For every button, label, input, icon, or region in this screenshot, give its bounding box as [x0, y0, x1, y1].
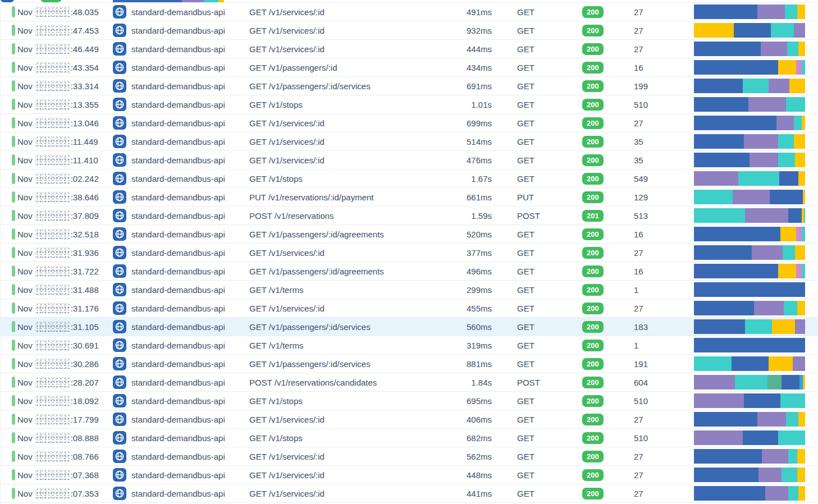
timestamp-redacted: [35, 192, 70, 202]
trace-row[interactable]: Nov :33.314 standard-demandbus-api GET /…: [1, 77, 818, 95]
service-name: standard-demandbus-api: [131, 118, 225, 128]
trace-row[interactable]: Nov :08.766 standard-demandbus-api GET /…: [1, 447, 818, 466]
status-code-cell: 200: [17, 0, 113, 2]
timestamp-seconds: :32.518: [71, 230, 99, 239]
timestamp: Nov :30.286: [17, 359, 113, 369]
status-indicator: [12, 488, 15, 499]
resource-name: GET /v1/services/:id: [249, 470, 423, 480]
span-count: 549: [625, 174, 694, 184]
service-name: standard-demandbus-api: [131, 285, 225, 295]
status-code-cell: 200: [559, 228, 625, 240]
latency-segment-teal: [204, 0, 218, 2]
latency-segment-blue: [743, 430, 778, 445]
trace-row[interactable]: Nov :07.353 standard-demandbus-api GET /…: [1, 484, 818, 503]
globe-icon: [113, 375, 126, 389]
status-code-badge: 200: [582, 117, 604, 129]
trace-row[interactable]: Nov :13.046 standard-demandbus-api GET /…: [1, 114, 818, 132]
latency-breakdown-bar: [694, 97, 805, 112]
duration: 434ms: [423, 63, 492, 72]
latency-segment-teal: [804, 208, 805, 223]
latency-segment-blue: [694, 97, 748, 112]
service-cell: standard-demandbus-api: [113, 468, 249, 482]
timestamp: Nov :11.449: [17, 136, 113, 146]
span-count: 199: [625, 81, 694, 91]
latency-segment-blue: [694, 245, 752, 260]
status-code-badge: 200: [582, 228, 604, 240]
timestamp-prefix: Nov: [17, 452, 33, 461]
trace-row[interactable]: Nov :48.035 standard-demandbus-api GET /…: [1, 3, 818, 21]
trace-row[interactable]: Nov :13.355 standard-demandbus-api GET /…: [1, 95, 818, 114]
service-name: standard-demandbus-api: [131, 248, 225, 258]
trace-row[interactable]: Nov :31.488 standard-demandbus-api GET /…: [1, 281, 818, 299]
latency-breakdown-cell: [694, 356, 805, 371]
resource-name: GET /v1/stops: [249, 100, 423, 109]
timestamp-seconds: :17.799: [71, 415, 99, 424]
trace-row[interactable]: Nov :32.518 standard-demandbus-api GET /…: [1, 225, 818, 244]
globe-icon: [113, 24, 126, 37]
service-cell: standard-demandbus-api: [113, 209, 249, 222]
trace-row[interactable]: Nov :37.809 standard-demandbus-api POST …: [1, 207, 818, 225]
status-indicator: [12, 432, 15, 443]
resource-name: GET /v1/terms: [249, 285, 423, 295]
service-name: standard-demandbus-api: [131, 193, 225, 202]
trace-row[interactable]: Nov :43.354 standard-demandbus-api GET /…: [1, 58, 818, 77]
trace-row[interactable]: Nov :38.646 standard-demandbus-api PUT /…: [1, 188, 818, 207]
latency-breakdown-cell: [694, 190, 805, 204]
globe-icon: [113, 338, 126, 352]
latency-breakdown-cell: [694, 282, 805, 297]
timestamp: Nov :07.368: [17, 470, 113, 480]
trace-row[interactable]: Nov :30.286 standard-demandbus-api GET /…: [1, 355, 818, 373]
timestamp-prefix: Nov: [17, 211, 33, 221]
latency-segment-teal: [785, 4, 797, 19]
timestamp-seconds: :07.368: [71, 470, 99, 480]
trace-row[interactable]: Nov :11.449 standard-demandbus-api GET /…: [1, 132, 818, 151]
status-indicator-cell: [1, 173, 17, 184]
status-code-cell: 200: [559, 395, 625, 407]
trace-row[interactable]: Nov :18.092 standard-demandbus-api GET /…: [1, 392, 818, 410]
service-name: standard-demandbus-api: [131, 359, 225, 369]
latency-segment-teal: [778, 430, 805, 445]
timestamp-prefix: Nov: [17, 26, 33, 35]
trace-row[interactable]: Nov :07.368 standard-demandbus-api GET /…: [1, 466, 818, 484]
resource-name: PUT /v1/reservations/:id/payment: [249, 193, 423, 202]
trace-row[interactable]: Nov :31.722 standard-demandbus-api GET /…: [1, 262, 818, 281]
http-method: GET: [492, 304, 559, 313]
trace-row[interactable]: Nov :02.242 standard-demandbus-api GET /…: [1, 169, 818, 188]
latency-segment-blue: [744, 393, 780, 408]
resource-name: GET /v1/stops: [249, 396, 423, 406]
latency-breakdown-cell: [694, 468, 805, 482]
service-name: standard-demandbus-api: [131, 7, 225, 17]
latency-breakdown-cell: [694, 393, 805, 408]
timestamp-prefix: Nov: [17, 433, 33, 443]
latency-segment-purple: [182, 0, 204, 2]
trace-row[interactable]: Nov :31.936 standard-demandbus-api GET /…: [1, 244, 818, 262]
timestamp-redacted: [35, 248, 70, 258]
trace-row[interactable]: Nov :47.453 standard-demandbus-api GET /…: [1, 21, 818, 40]
latency-segment-teal: [778, 153, 795, 167]
timestamp-seconds: :38.646: [71, 193, 99, 202]
http-method: GET: [492, 470, 559, 480]
trace-row[interactable]: Nov :28.207 standard-demandbus-api POST …: [1, 373, 818, 392]
timestamp-prefix: Nov: [17, 248, 33, 258]
status-indicator-cell: [1, 432, 17, 443]
status-indicator-cell: [1, 191, 17, 203]
duration: 299ms: [423, 285, 492, 295]
trace-row[interactable]: Nov :31.105 standard-demandbus-api GET /…: [1, 318, 818, 336]
timestamp-redacted: [35, 7, 70, 17]
trace-row[interactable]: Nov :30.691 standard-demandbus-api GET /…: [1, 336, 818, 355]
trace-row[interactable]: Nov :17.799 standard-demandbus-api GET /…: [1, 410, 818, 429]
globe-icon: [113, 135, 126, 148]
trace-row[interactable]: Nov :11.410 standard-demandbus-api GET /…: [1, 151, 818, 169]
trace-row[interactable]: Nov :08.888 standard-demandbus-api GET /…: [1, 429, 818, 447]
trace-row[interactable]: Nov :46.449 standard-demandbus-api GET /…: [1, 40, 818, 58]
timestamp-seconds: :11.410: [71, 155, 98, 165]
status-indicator: [12, 284, 15, 295]
timestamp-redacted: [35, 62, 70, 72]
latency-segment-blue: [694, 449, 762, 464]
latency-segment-yellow: [798, 412, 805, 427]
latency-breakdown-bar: [694, 190, 805, 204]
timestamp-seconds: :11.449: [71, 137, 98, 146]
latency-segment-teal: [788, 449, 797, 464]
status-code-cell: 200: [559, 284, 625, 296]
trace-row[interactable]: Nov :31.176 standard-demandbus-api GET /…: [1, 299, 818, 318]
